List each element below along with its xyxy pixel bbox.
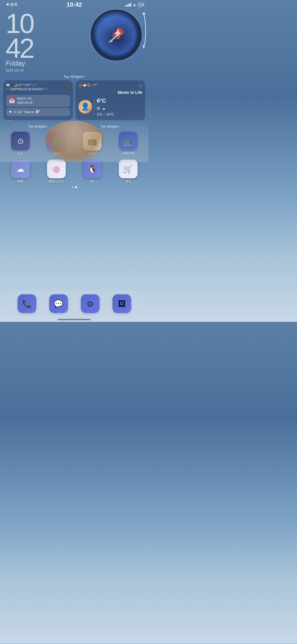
top-widgets-label-1: Top Widgets⁺ [0,75,148,79]
app-icon-美团: 🐉 [47,132,66,150]
signal-icon [125,3,131,7]
app-name-QQ: QQ [90,179,95,183]
right-app-label: Top Widgets⁺ [76,122,145,130]
right-music-widget[interactable]: 🐻☁️🌻～** ☆ Music Is Life 👤 6°C 阴 ☁ 3°C --… [76,80,145,120]
status-left: ◀ 微博 [6,2,17,7]
app-name-爱奇艺: 爱奇艺 [88,152,97,156]
app-icon-京东: ⊙ [11,132,30,150]
app-item-爱奇艺[interactable]: 📺 爱奇艺 [76,132,108,156]
app-name-哔哩哔哩: 哔哩哔哩 [122,152,134,156]
earphone-icon [140,12,148,48]
app-name-京东: 京东 [17,152,23,156]
svg-rect-1 [143,45,144,48]
app-grid: ⊙ 京东 🐉 美团 📺 爱奇艺 📺 哔哩哔哩 ☁ 微博 ◎ 网易云音乐 🐧 QQ [0,132,148,183]
left-info-widget[interactable]: 📖🖤🌙 Gᵒᵒᵈ Nⁱᵍʰᵗ ☆ ° ⁺·˚ HAPPINESS BLENDER… [3,80,73,120]
calendar-icon: 📅 [9,98,15,104]
dock-phone-icon: 📞 [22,299,32,308]
page-dot-2[interactable] [75,186,77,188]
app-item-淘宝[interactable]: 🛒 淘宝 [112,160,144,183]
app-icon-QQ: 🐧 [83,160,101,178]
clock-minute: 42 [6,36,33,61]
dock-music-icon: ⊙ [87,299,93,308]
dock-icon-music[interactable]: ⊙ [81,294,100,313]
dock-photos-icon: 🖼 [118,299,126,308]
app-icon-爱奇艺: 📺 [83,132,101,150]
music-widget-header: 🐻☁️🌻～** ☆ [78,83,142,88]
app-name-淘宝: 淘宝 [125,179,131,183]
date-widget-text: March › Fri 2025-03-14 [17,97,32,105]
dock-messages-icon: 💬 [54,299,63,308]
star-icon[interactable]: ☆ [139,83,142,88]
back-button[interactable]: ◀ 微博 [6,2,17,7]
music-emojis: 🐻☁️🌻～** [78,83,97,88]
date-label: 2025-03-14 [6,68,33,72]
status-bar: ◀ 微博 10:42 ▲ 50 [0,0,148,8]
app-icon-淘宝: 🛒 [119,160,138,178]
page-dots [0,186,148,188]
music-circle: 🎸 [91,10,142,61]
clock-hour: 10 [6,11,33,36]
bird-5: ⌒ [130,275,135,281]
page-dot-1[interactable] [72,186,73,188]
app-icon-哔哩哔哩: 📺 [119,132,138,150]
app-name-微博: 微博 [17,179,23,183]
app-section-labels: Top Widgets⁺ Top Widgets⁺ [0,122,148,130]
snow-icon: 🌨 [9,110,12,114]
status-right: ▲ 50 [125,2,143,7]
clock-area: 10 42 Friday 2025-03-14 🎸 [0,8,148,72]
left-app-label: Top Widgets⁺ [3,122,73,130]
app-item-美团[interactable]: 🐉 美团 [40,132,73,156]
svg-point-0 [142,12,145,15]
dock-icon-phone[interactable]: 📞 [18,294,36,313]
app-item-京东[interactable]: ⊙ 京东 [4,132,37,156]
date-widget-item[interactable]: 📅 March › Fri 2025-03-14 [6,95,70,107]
small-widgets-row: 📖🖤🌙 Gᵒᵒᵈ Nⁱᵍʰᵗ ☆ ° ⁺·˚ HAPPINESS BLENDER… [0,80,148,120]
weather-widget-item[interactable]: 🌨 3°-10° Now is 6° [6,108,70,116]
battery-indicator: 50 [138,3,143,7]
app-icon-网易云音乐: ◎ [47,160,66,178]
bird-4: 〜 [128,267,132,273]
clock-widget: 10 42 Friday 2025-03-14 [6,11,33,72]
dock-icon-messages[interactable]: 💬 [49,294,68,313]
message-bubble: ··· [64,83,70,88]
music-circle-widget[interactable]: 🎸 [91,10,146,65]
home-indicator [58,319,91,320]
avatar: 👤 [78,100,92,114]
app-icon-微博: ☁ [11,160,30,178]
dock-icon-photos[interactable]: 🖼 [112,294,131,313]
app-name-美团: 美团 [53,152,59,156]
wifi-icon: ▲ [133,2,136,7]
app-item-微博[interactable]: ☁ 微博 [4,160,37,183]
app-item-哔哩哔哩[interactable]: 📺 哔哩哔哩 [112,132,144,156]
app-name-网易云音乐: 网易云音乐 [49,179,64,183]
album-art: 🎸 [92,11,140,59]
app-item-QQ[interactable]: 🐧 QQ [76,160,108,183]
status-time: 10:42 [67,1,82,8]
goodnight-text: 📖🖤🌙 Gᵒᵒᵈ Nⁱᵍʰᵗ ☆ ° ⁺·˚ HAPPINESS BLENDER… [6,83,48,92]
music-life-title: Music Is Life [78,90,142,95]
dock: 📞💬⊙🖼 [6,291,143,316]
app-item-网易云音乐[interactable]: ◎ 网易云音乐 [40,160,73,183]
music-weather-row: 👤 6°C 阴 ☁ 3°C -- 10°C [78,96,142,117]
divider [94,98,95,115]
weather-info: 6°C 阴 ☁ 3°C -- 10°C [97,96,114,117]
